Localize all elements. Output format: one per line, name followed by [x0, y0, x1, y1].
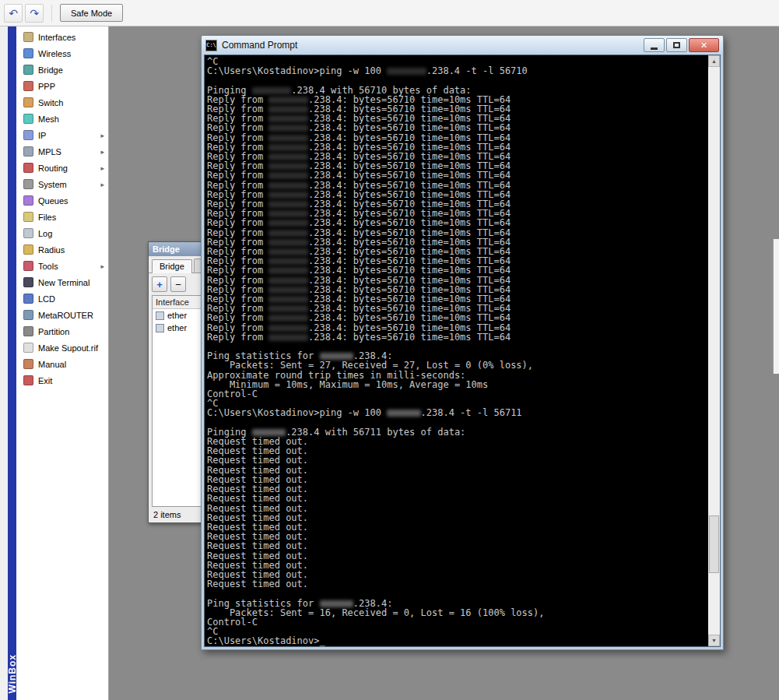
main-toolbar: ↶ ↷ Safe Mode [0, 0, 779, 26]
sidebar-item-label: Files [38, 213, 104, 222]
interfaces-icon [23, 32, 33, 42]
console-line: Reply from .238.4: bytes=56710 time=10ms… [207, 313, 708, 322]
sidebar-item-label: Interfaces [38, 33, 104, 42]
redo-button[interactable]: ↷ [25, 4, 44, 23]
sidebar-item-routing[interactable]: Routing▸ [16, 160, 108, 176]
sidebar-item-label: Tools [38, 262, 96, 271]
sidebar-item-label: PPP [38, 82, 104, 91]
sidebar-item-label: Routing [38, 164, 96, 173]
scroll-up-arrow[interactable]: ▲ [708, 55, 720, 67]
wireless-icon [23, 48, 33, 58]
redacted-ip [268, 192, 308, 199]
scrollbar-track[interactable] [708, 67, 720, 635]
console-line: Ping statistics for .238.4: [207, 599, 708, 608]
console-line: Packets: Sent = 27, Received = 27, Lost … [207, 361, 708, 370]
sidebar-item-radius[interactable]: Radius [16, 241, 108, 258]
scroll-down-arrow[interactable]: ▼ [708, 635, 720, 646]
tab-bridge[interactable]: Bridge [152, 259, 192, 273]
console-line: Minimum = 10ms, Maximum = 10ms, Average … [207, 380, 708, 389]
redacted-ip [268, 305, 308, 312]
sidebar-item-mesh[interactable]: Mesh [16, 111, 108, 127]
console-line: Pinging .238.4 with 56711 bytes of data: [207, 427, 708, 437]
submenu-arrow-icon: ▸ [100, 262, 104, 270]
redacted-ip [268, 230, 308, 237]
sidebar-item-manual[interactable]: Manual [16, 356, 108, 372]
sidebar-item-partition[interactable]: Partition [16, 323, 108, 339]
redacted-ip [268, 115, 308, 122]
sidebar-item-label: IP [38, 131, 96, 140]
submenu-arrow-icon: ▸ [100, 148, 104, 156]
log-icon [23, 228, 33, 238]
winbox-brand-strip: WinBox [8, 26, 16, 700]
ip-icon [23, 130, 33, 140]
sidebar-item-ppp[interactable]: PPP [16, 78, 108, 94]
console-line: Request timed out. [207, 504, 708, 513]
sidebar-item-bridge[interactable]: Bridge [16, 62, 108, 78]
console-line: Pinging .238.4 with 56710 bytes of data: [207, 86, 708, 95]
redacted-ip [252, 87, 292, 94]
sidebar-item-label: Switch [38, 98, 104, 107]
sidebar-item-exit[interactable]: Exit [16, 372, 108, 389]
sidebar-item-label: System [38, 180, 96, 189]
sidebar-item-label: MPLS [38, 147, 96, 157]
console-line: Request timed out. [207, 551, 708, 561]
sidebar-item-queues[interactable]: Queues [16, 192, 108, 209]
sidebar-item-interfaces[interactable]: Interfaces [16, 29, 108, 45]
redacted-ip [268, 296, 308, 303]
scrollbar-thumb[interactable] [709, 515, 719, 573]
redacted-ip [268, 182, 308, 189]
minimize-button[interactable] [644, 38, 665, 52]
sidebar-item-lcd[interactable]: LCD [16, 290, 108, 307]
redacted-ip [268, 258, 308, 265]
sidebar-item-log[interactable]: Log [16, 225, 108, 241]
tools-icon [23, 261, 33, 271]
undo-button[interactable]: ↶ [4, 4, 23, 23]
minimize-icon [651, 47, 658, 50]
sidebar-item-tools[interactable]: Tools▸ [16, 258, 108, 274]
sidebar-item-files[interactable]: Files [16, 209, 108, 225]
undo-icon: ↶ [9, 7, 18, 19]
command-prompt-body: ^CC:\Users\Kostadinov>ping -w 100 .238.4… [204, 55, 721, 647]
redacted-ip [268, 135, 308, 142]
sidebar-item-metarouter[interactable]: MetaROUTER [16, 307, 108, 323]
manual-icon [23, 359, 33, 369]
redacted-ip [268, 220, 308, 227]
sidebar-item-system[interactable]: System▸ [16, 176, 108, 192]
sidebar-item-label: Manual [38, 360, 104, 369]
maximize-button[interactable] [666, 38, 687, 52]
redacted-ip [268, 106, 308, 113]
exit-icon [23, 375, 33, 385]
redacted-ip [268, 287, 308, 294]
safe-mode-button[interactable]: Safe Mode [60, 4, 123, 22]
toolbar-separator [51, 5, 52, 22]
console-line: Control-C [207, 617, 708, 627]
redacted-ip [268, 144, 308, 151]
window-body: WinBox InterfacesWirelessBridgePPPSwitch… [0, 26, 779, 700]
sidebar-item-label: Queues [38, 196, 104, 206]
console-scrollbar[interactable]: ▲ ▼ [708, 55, 720, 646]
sidebar-item-switch[interactable]: Switch [16, 94, 108, 111]
redacted-ip [268, 210, 308, 217]
redacted-ip [268, 172, 308, 179]
sidebar-item-label: Bridge [38, 65, 104, 75]
submenu-arrow-icon: ▸ [100, 164, 104, 172]
lcd-icon [23, 294, 33, 304]
sidebar-item-make-supout[interactable]: Make Supout.rif [16, 339, 108, 356]
add-bridge-button[interactable]: + [152, 276, 167, 292]
console-line: Reply from .238.4: bytes=56710 time=10ms… [207, 133, 708, 142]
submenu-arrow-icon: ▸ [100, 132, 104, 139]
close-button[interactable]: ✕ [689, 38, 719, 52]
remove-bridge-button[interactable]: − [170, 276, 186, 292]
sidebar-item-mpls[interactable]: MPLS▸ [16, 143, 108, 160]
sidebar-item-label: MetaROUTER [38, 311, 104, 320]
sidebar-item-new-terminal[interactable]: New Terminal [16, 274, 108, 290]
port-icon [156, 311, 164, 320]
redacted-ip [268, 201, 308, 208]
sidebar-item-ip[interactable]: IP▸ [16, 127, 108, 143]
console-line: Packets: Sent = 16, Received = 0, Lost =… [207, 608, 708, 617]
sidebar-item-wireless[interactable]: Wireless [16, 45, 108, 62]
window-title: Command Prompt [222, 40, 639, 51]
close-icon: ✕ [700, 40, 707, 51]
supout-icon [23, 343, 33, 353]
command-prompt-titlebar[interactable]: C:\ Command Prompt ✕ [202, 36, 723, 55]
